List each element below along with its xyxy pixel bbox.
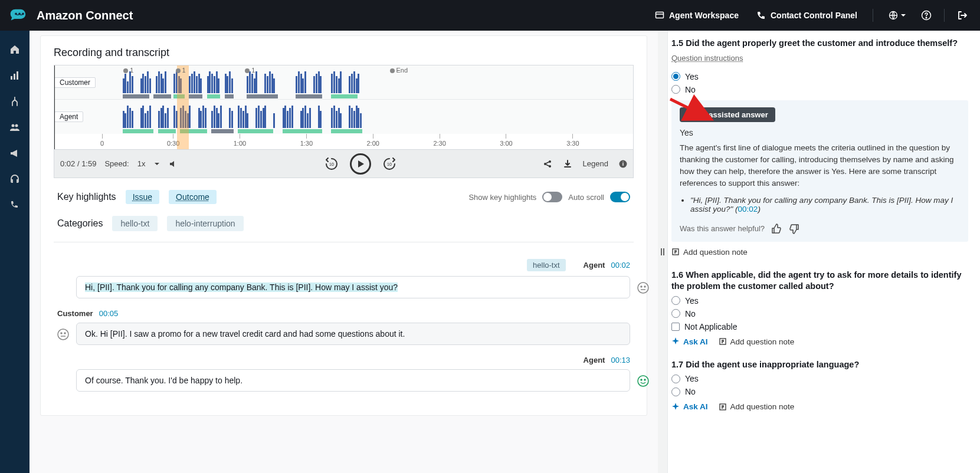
svg-point-10	[12, 124, 15, 127]
waveform-highlight	[177, 65, 189, 149]
transcript: hello-txt Agent 00:02 Hi, [PII]. Thank y…	[54, 242, 634, 392]
logout-button[interactable]	[954, 7, 971, 24]
svg-text:i: i	[622, 161, 624, 167]
volume-icon[interactable]	[169, 159, 178, 169]
checkbox-icon	[671, 323, 680, 331]
option-yes[interactable]: Yes	[671, 72, 968, 81]
option-no[interactable]: No	[671, 85, 968, 94]
svg-point-22	[58, 329, 68, 340]
speaker: Customer	[57, 309, 93, 318]
play-icon	[356, 160, 365, 168]
transcript-bubble[interactable]: Of course. Thank you. I'd be happy to he…	[76, 369, 630, 392]
question-title: 1.7 Did the agent use inappropriate lang…	[671, 359, 968, 371]
entry-time[interactable]: 00:02	[611, 261, 630, 270]
option-yes[interactable]: Yes	[671, 374, 968, 383]
top-right: Agent Workspace Contact Control Panel	[649, 7, 971, 24]
ask-ai-button[interactable]: Ask AI	[671, 402, 708, 411]
home-icon	[9, 44, 20, 55]
track-agent: Agent	[54, 100, 633, 134]
language-menu[interactable]	[883, 7, 912, 24]
highlights-row: Key highlights Issue Outcome Show key hi…	[54, 178, 634, 210]
connect-logo-icon	[9, 7, 30, 24]
nav-phone[interactable]	[3, 193, 27, 217]
nav-home[interactable]	[3, 38, 27, 61]
chip-outcome[interactable]: Outcome	[169, 190, 217, 204]
nav-campaigns[interactable]	[3, 142, 27, 165]
product-name: Amazon Connect	[37, 9, 133, 22]
evaluation-panel: 1.5 Did the agent properly greet the cus…	[667, 31, 980, 473]
add-note-button[interactable]: Add question note	[719, 337, 795, 346]
option-no[interactable]: No	[671, 309, 968, 318]
help-button[interactable]	[918, 7, 935, 24]
nav-analytics[interactable]	[3, 64, 27, 87]
ccp-link[interactable]: Contact Control Panel	[750, 7, 863, 24]
thumbs-up-button[interactable]	[771, 223, 782, 235]
info-icon[interactable]: i	[619, 160, 627, 168]
option-yes[interactable]: Yes	[671, 296, 968, 306]
svg-point-20	[641, 286, 642, 287]
add-note-button[interactable]: Add question note	[719, 402, 795, 411]
users-icon	[9, 122, 20, 133]
sparkle-icon	[671, 337, 680, 346]
nav-headset[interactable]	[3, 167, 27, 191]
speed-label: Speed:	[104, 159, 129, 168]
svg-point-6	[926, 17, 927, 18]
radio-icon	[671, 72, 680, 81]
question-1-6: 1.6 When applicable, did the agent try t…	[671, 270, 968, 346]
rewind-10-button[interactable]: 10	[324, 156, 339, 172]
legend-label: Legend	[583, 159, 608, 168]
radio-icon	[671, 85, 680, 94]
transcript-bubble[interactable]: Ok. Hi [PII]. I saw a promo for a new tr…	[76, 323, 630, 345]
question-title: 1.5 Did the agent properly greet the cus…	[671, 38, 968, 50]
caret-down-icon	[900, 12, 906, 18]
forward-10-button[interactable]: 10	[382, 156, 397, 172]
side-nav	[0, 31, 30, 473]
logout-icon	[957, 10, 968, 21]
nav-routing[interactable]	[3, 90, 27, 113]
note-icon	[719, 403, 727, 411]
logo[interactable]: Amazon Connect	[9, 7, 133, 24]
nav-users[interactable]	[3, 116, 27, 139]
show-highlights-label: Show key highlights	[468, 193, 536, 202]
ask-ai-button[interactable]: Ask AI	[671, 337, 708, 346]
workspace-icon	[655, 11, 664, 20]
cat-helo-interruption[interactable]: helo-interruption	[167, 216, 243, 231]
transcript-entry: hello-txt Agent 00:02 Hi, [PII]. Thank y…	[57, 259, 630, 298]
radio-icon	[671, 375, 680, 383]
download-icon[interactable]	[563, 159, 572, 169]
ai-badge: AI-assisted answer	[680, 107, 775, 122]
transcript-entry: Agent 00:13 Of course. Thank you. I'd be…	[57, 356, 630, 392]
svg-point-27	[644, 379, 645, 380]
player-time: 0:02 / 1:59	[60, 159, 96, 168]
chip-issue[interactable]: Issue	[126, 190, 159, 204]
speed-caret-icon[interactable]	[153, 160, 160, 167]
entry-time[interactable]: 00:13	[611, 356, 630, 364]
headset-icon	[9, 174, 20, 185]
entry-time[interactable]: 00:05	[99, 309, 119, 318]
playhead[interactable]	[54, 65, 55, 149]
cat-hello-txt[interactable]: hello-txt	[112, 216, 158, 231]
ai-feedback-row: Was this answer helpful?	[680, 223, 960, 235]
sparkle-icon	[671, 403, 680, 411]
sentiment-positive-icon	[637, 375, 650, 387]
agent-workspace-link[interactable]: Agent Workspace	[649, 7, 745, 24]
option-no[interactable]: No	[671, 387, 968, 396]
share-icon[interactable]	[543, 159, 552, 169]
auto-scroll-toggle[interactable]	[610, 192, 630, 202]
track-label-customer: Customer	[54, 77, 96, 88]
thumbs-down-button[interactable]	[788, 223, 800, 235]
svg-rect-29	[663, 248, 664, 255]
question-instructions-link[interactable]: Question instructions	[671, 54, 743, 63]
note-icon	[671, 248, 680, 256]
play-button[interactable]	[350, 153, 371, 175]
add-note-button[interactable]: Add question note	[671, 248, 748, 257]
radio-icon	[671, 387, 680, 396]
svg-point-19	[638, 283, 648, 293]
ai-explanation: The agent's first line of dialogue meets…	[680, 142, 960, 190]
option-na[interactable]: Not Applicable	[671, 322, 968, 331]
question-1-7: 1.7 Did the agent use inappropriate lang…	[671, 359, 968, 412]
pane-divider[interactable]	[658, 31, 667, 473]
waveform[interactable]: 1 1 1 End Customer Agent 00:301:001:302	[54, 65, 634, 150]
transcript-bubble[interactable]: Hi, [PII]. Thank you for calling any com…	[76, 276, 630, 298]
show-highlights-toggle[interactable]	[542, 192, 562, 202]
